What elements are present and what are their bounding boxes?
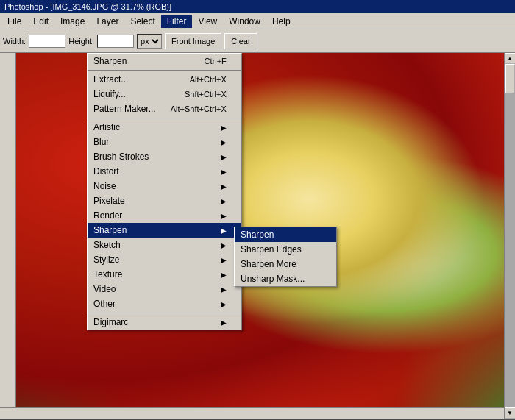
filter-stylize-label: Stylize (93, 255, 119, 265)
filter-pixelate-label: Pixelate (93, 196, 125, 206)
filter-sharpen-arrow: ▶ (221, 227, 227, 235)
title-text: Photoshop - [IMG_3146.JPG @ 31.7% (RGB)] (4, 2, 171, 11)
title-bar: Photoshop - [IMG_3146.JPG @ 31.7% (RGB)] (0, 0, 515, 13)
filter-render-arrow: ▶ (221, 212, 227, 220)
filter-distort-label: Distort (93, 166, 119, 177)
unsharp-mask-label: Unsharp Mask... (241, 274, 305, 284)
filter-pattern-label: Pattern Maker... (93, 104, 156, 114)
filter-other-label: Other (93, 299, 116, 309)
filter-sketch-label: Sketch (93, 240, 121, 250)
menu-item-help[interactable]: Help (266, 15, 296, 28)
height-label: Height: (68, 37, 94, 46)
filter-blur-arrow: ▶ (221, 138, 227, 146)
filter-menu-render[interactable]: Render ▶ (88, 208, 241, 223)
filter-menu-sharpen-recent[interactable]: Sharpen Ctrl+F (88, 54, 241, 68)
filter-render-label: Render (93, 210, 122, 221)
sharpen-label: Sharpen (241, 229, 274, 240)
filter-liquify-shortcut: Shft+Ctrl+X (185, 90, 227, 99)
filter-menu-texture[interactable]: Texture ▶ (88, 267, 241, 282)
filter-extract-shortcut: Alt+Ctrl+X (190, 75, 227, 84)
left-tool-panel (0, 53, 16, 419)
scroll-down-button[interactable]: ▼ (505, 407, 516, 419)
filter-noise-arrow: ▶ (221, 182, 227, 191)
filter-brush-strokes-arrow: ▶ (221, 153, 227, 161)
filter-artistic-arrow: ▶ (221, 124, 227, 132)
scroll-thumb[interactable] (505, 64, 515, 93)
filter-menu-video[interactable]: Video ▶ (88, 282, 241, 296)
width-input[interactable] (29, 35, 65, 48)
filter-menu-sharpen[interactable]: Sharpen ▶ (88, 223, 241, 238)
filter-blur-label: Blur (93, 137, 109, 147)
separator-1 (88, 70, 241, 71)
filter-menu-distort[interactable]: Distort ▶ (88, 164, 241, 179)
filter-menu-extract[interactable]: Extract... Alt+Ctrl+X (88, 72, 241, 87)
main-content: ▲ ▼ Sharpen Ctrl+F Extract... Alt+Ctrl+X… (0, 53, 515, 419)
scroll-up-button[interactable]: ▲ (505, 53, 516, 64)
clear-button[interactable]: Clear (224, 33, 257, 49)
filter-menu: Sharpen Ctrl+F Extract... Alt+Ctrl+X Liq… (87, 53, 242, 330)
filter-menu-pattern-maker[interactable]: Pattern Maker... Alt+Shft+Ctrl+X (88, 102, 241, 116)
filter-digimarc-arrow: ▶ (221, 318, 227, 327)
right-scrollbar[interactable]: ▲ ▼ (504, 53, 515, 419)
filter-video-arrow: ▶ (221, 285, 227, 293)
filter-digimarc-label: Digimarc (93, 317, 128, 327)
filter-extract-label: Extract... (93, 74, 128, 85)
menu-item-filter[interactable]: Filter (161, 15, 193, 28)
sharpen-more-label: Sharpen More (241, 259, 296, 269)
filter-texture-label: Texture (93, 269, 122, 280)
filter-menu-noise[interactable]: Noise ▶ (88, 179, 241, 193)
menu-item-file[interactable]: File (1, 15, 27, 28)
separator-3 (88, 313, 241, 313)
filter-sketch-arrow: ▶ (221, 241, 227, 249)
filter-menu-stylize[interactable]: Stylize ▶ (88, 252, 241, 267)
filter-menu-sketch[interactable]: Sketch ▶ (88, 238, 241, 252)
filter-pattern-shortcut: Alt+Shft+Ctrl+X (171, 104, 227, 113)
menu-item-edit[interactable]: Edit (27, 15, 54, 28)
scroll-track (505, 64, 515, 407)
menu-item-image[interactable]: Image (54, 15, 90, 28)
filter-menu-artistic[interactable]: Artistic ▶ (88, 120, 241, 135)
sharpen-submenu-sharpen-more[interactable]: Sharpen More (235, 257, 336, 271)
toolbar: Width: Height: px Front Image Clear (0, 29, 515, 53)
sharpen-submenu-sharpen-edges[interactable]: Sharpen Edges (235, 242, 336, 257)
filter-noise-label: Noise (93, 181, 116, 191)
sharpen-submenu: Sharpen Sharpen Edges Sharpen More Unsha… (234, 227, 337, 287)
toolbar-select[interactable]: px (137, 34, 162, 49)
filter-video-label: Video (93, 284, 116, 294)
filter-other-arrow: ▶ (221, 300, 227, 308)
bottom-scrollbar[interactable] (0, 407, 504, 419)
filter-menu-other[interactable]: Other ▶ (88, 296, 241, 311)
filter-menu-pixelate[interactable]: Pixelate ▶ (88, 193, 241, 208)
sharpen-submenu-sharpen[interactable]: Sharpen (235, 227, 336, 242)
sharpen-submenu-unsharp-mask[interactable]: Unsharp Mask... (235, 271, 336, 286)
filter-menu-digimarc[interactable]: Digimarc ▶ (88, 315, 241, 330)
width-label: Width: (3, 37, 26, 46)
filter-pixelate-arrow: ▶ (221, 197, 227, 205)
filter-texture-arrow: ▶ (221, 271, 227, 279)
height-input[interactable] (97, 35, 134, 48)
filter-menu-brush-strokes[interactable]: Brush Strokes ▶ (88, 149, 241, 164)
menu-item-view[interactable]: View (192, 15, 223, 28)
sharpen-edges-label: Sharpen Edges (241, 244, 302, 255)
front-image-button[interactable]: Front Image (165, 33, 221, 49)
filter-sharpen-recent-shortcut: Ctrl+F (205, 57, 227, 65)
separator-2 (88, 118, 241, 118)
filter-stylize-arrow: ▶ (221, 256, 227, 264)
menu-item-layer[interactable]: Layer (90, 15, 124, 28)
filter-menu-liquify[interactable]: Liquify... Shft+Ctrl+X (88, 87, 241, 102)
menu-item-window[interactable]: Window (223, 15, 266, 28)
filter-sharpen-recent-label: Sharpen (93, 56, 127, 66)
filter-brush-strokes-label: Brush Strokes (93, 152, 149, 162)
filter-menu-blur[interactable]: Blur ▶ (88, 135, 241, 149)
filter-distort-arrow: ▶ (221, 168, 227, 176)
filter-liquify-label: Liquify... (93, 89, 126, 99)
menu-item-select[interactable]: Select (124, 15, 160, 28)
filter-artistic-label: Artistic (93, 122, 120, 132)
filter-sharpen-label: Sharpen (93, 225, 127, 235)
menu-bar: File Edit Image Layer Select Filter View… (0, 13, 515, 29)
